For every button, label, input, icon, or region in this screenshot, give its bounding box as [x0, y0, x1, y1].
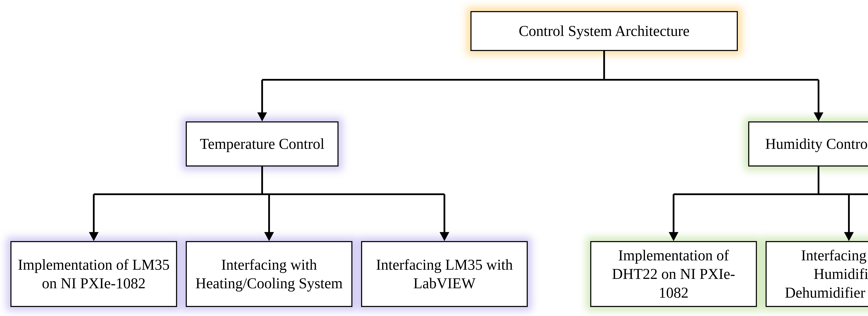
temp-leaf-1: Implementation of LM35 on NI PXIe-1082: [10, 241, 177, 307]
temp-leaf-1-label: Implementation of LM35 on NI PXIe-1082: [18, 255, 170, 293]
svg-marker-4: [439, 232, 449, 241]
hum-leaf-1: Implementation of DHT22 on NI PXIe-1082: [590, 241, 757, 307]
svg-marker-5: [669, 232, 678, 241]
temp-leaf-2: Interfacing with Heating/Cooling System: [186, 241, 352, 307]
root-node: Control System Architecture: [470, 11, 738, 51]
svg-marker-1: [814, 112, 824, 121]
hum-leaf-1-label: Implementation of DHT22 on NI PXIe-1082: [597, 246, 750, 302]
hum-leaf-2: Interfacing with Humidifier/ Dehumidifie…: [766, 241, 868, 307]
temp-leaf-2-label: Interfacing with Heating/Cooling System: [193, 255, 345, 293]
svg-marker-6: [844, 232, 854, 241]
svg-marker-3: [264, 232, 274, 241]
temp-leaf-3-label: Interfacing LM35 with LabVIEW: [368, 255, 521, 293]
humidity-control-node: Humidity Control: [748, 121, 868, 167]
temperature-control-node: Temperature Control: [186, 121, 339, 167]
svg-marker-2: [89, 232, 99, 241]
hum-leaf-2-label: Interfacing with Humidifier/ Dehumidifie…: [773, 246, 868, 302]
humidity-control-label: Humidity Control: [765, 135, 868, 153]
root-label: Control System Architecture: [519, 22, 689, 40]
svg-marker-0: [257, 112, 267, 121]
temperature-control-label: Temperature Control: [200, 135, 324, 153]
temp-leaf-3: Interfacing LM35 with LabVIEW: [361, 241, 528, 307]
